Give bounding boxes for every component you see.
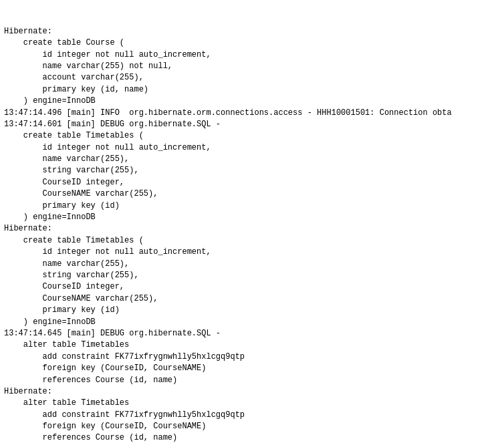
log-container: Hibernate: create table Course ( id inte… <box>0 0 504 443</box>
log-line: ) engine=InnoDB <box>4 317 500 328</box>
log-line: primary key (id, name) <box>4 84 500 96</box>
log-line: string varchar(255), <box>4 165 500 176</box>
log-line: create table Course ( <box>4 37 500 49</box>
log-line: foreign key (CourseID, CourseNAME) <box>4 421 500 432</box>
log-line: 13:47:14.496 [main] INFO org.hibernate.o… <box>4 108 500 119</box>
log-line: primary key (id) <box>4 200 500 212</box>
log-line: references Course (id, name) <box>4 375 500 386</box>
log-line: CourseID integer, <box>4 177 500 188</box>
log-line: name varchar(255) not null, <box>4 61 500 72</box>
log-line: ) engine=InnoDB <box>4 96 500 107</box>
log-line: primary key (id) <box>4 305 500 316</box>
log-line: add constraint FK77ixfrygnwhlly5hxlcgq9q… <box>4 351 500 363</box>
log-line: 13:47:14.601 [main] DEBUG org.hibernate.… <box>4 119 500 130</box>
log-line: CourseID integer, <box>4 281 500 293</box>
log-line: CourseNAME varchar(255), <box>4 188 500 200</box>
log-line: Hibernate: <box>4 26 500 37</box>
log-line: account varchar(255), <box>4 72 500 84</box>
log-line: add constraint FK77ixfrygnwhlly5hxlcgq9q… <box>4 410 500 421</box>
log-line: 13:47:14.645 [main] DEBUG org.hibernate.… <box>4 328 500 339</box>
log-line: alter table Timetables <box>4 339 500 351</box>
log-line: create table Timetables ( <box>4 130 500 142</box>
log-line: string varchar(255), <box>4 270 500 281</box>
log-line: foreign key (CourseID, CourseNAME) <box>4 363 500 374</box>
log-line: references Course (id, name) <box>4 432 500 443</box>
log-line: name varchar(255), <box>4 259 500 270</box>
log-line: alter table Timetables <box>4 398 500 409</box>
log-line: Hibernate: <box>4 223 500 235</box>
log-line: id integer not null auto_increment, <box>4 142 500 154</box>
log-line: create table Timetables ( <box>4 235 500 247</box>
log-line: name varchar(255), <box>4 154 500 165</box>
log-line: ) engine=InnoDB <box>4 212 500 223</box>
log-line: CourseNAME varchar(255), <box>4 293 500 305</box>
log-line: Hibernate: <box>4 386 500 398</box>
log-line: id integer not null auto_increment, <box>4 247 500 258</box>
log-line: id integer not null auto_increment, <box>4 49 500 61</box>
